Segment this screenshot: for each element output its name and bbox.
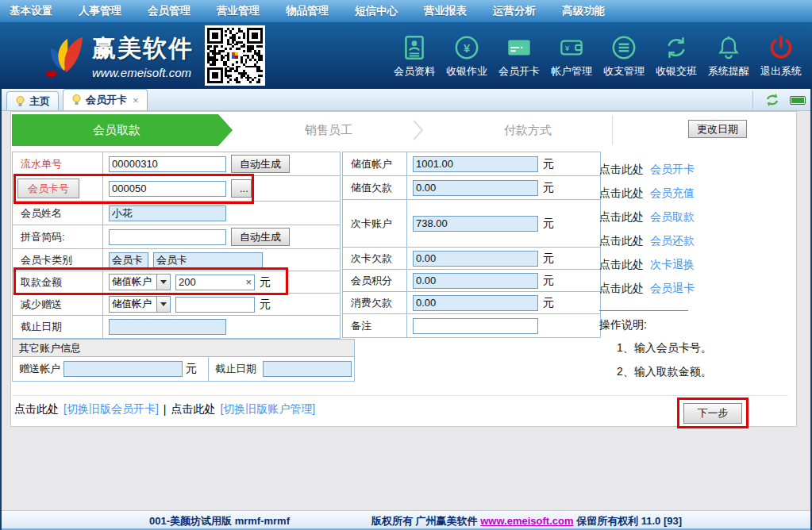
account-row: 消费欠款 元	[343, 292, 600, 314]
shortcut-shift-change[interactable]: 收银交班	[650, 33, 702, 79]
menu-item-sms[interactable]: 短信中心	[355, 4, 398, 18]
menu-item-hr[interactable]: 人事管理	[79, 4, 121, 18]
gift-deadline-input[interactable]	[263, 361, 352, 377]
link-prefix: 点击此处	[599, 210, 644, 225]
points-input[interactable]	[413, 273, 538, 289]
pinyin-input[interactable]	[109, 229, 226, 245]
menu-item-business[interactable]: 营业管理	[217, 4, 260, 18]
instruction-step-2: 2、输入取款金额。	[599, 360, 796, 384]
remark-input[interactable]	[413, 318, 538, 334]
close-icon[interactable]: ×	[133, 94, 139, 106]
clear-icon[interactable]: ×	[245, 277, 252, 287]
serial-row: 流水单号 自动生成	[13, 152, 340, 176]
bottom-separator	[12, 395, 788, 396]
shift-refresh-icon	[661, 33, 691, 63]
legacy-open-card-link[interactable]: [切换旧版会员开卡]	[63, 402, 159, 417]
open-card-link[interactable]: 会员开卡	[650, 163, 695, 177]
legacy-prefix: 点击此处	[171, 402, 215, 417]
status-bar: 001-美颜坊试用版 mrmf-mrmf 版权所有 广州赢美软件 www.eme…	[0, 510, 812, 530]
link-prefix: 点击此处	[599, 282, 644, 296]
shortcut-system-alert[interactable]: 系统提醒	[702, 33, 755, 79]
license-info: 001-美颜坊试用版 mrmf-mrmf	[149, 514, 290, 528]
menu-item-reports[interactable]: 营业报表	[424, 4, 467, 18]
wizard-divider	[612, 116, 613, 144]
tab-member-card[interactable]: 会员开卡 ×	[63, 89, 148, 110]
content-panel: 会员取款 销售员工 付款方式 更改日期 流水单号 自动生成 会员卡号	[10, 111, 797, 427]
power-icon	[766, 33, 796, 63]
consume-debt-input[interactable]	[413, 295, 538, 311]
legacy-links: 点击此处 [切换旧版会员开卡] | 点击此处 [切换旧版账户管理]	[14, 402, 315, 417]
pinyin-auto-button[interactable]: 自动生成	[231, 228, 290, 246]
quick-link-open-card: 点击此处 会员开卡	[599, 158, 796, 182]
deadline-input[interactable]	[109, 319, 226, 335]
recharge-link[interactable]: 会员充值	[650, 186, 695, 201]
window-edge-left	[0, 89, 2, 530]
lightbulb-icon	[71, 94, 82, 106]
times-return-link[interactable]: 次卡退换	[650, 258, 695, 272]
menu-item-member[interactable]: 会员管理	[148, 4, 190, 18]
withdraw-link[interactable]: 会员取款	[650, 210, 695, 225]
stored-value-input[interactable]	[413, 156, 538, 172]
wizard-step-payment[interactable]: 付款方式	[456, 114, 599, 146]
shortcut-member-card[interactable]: 会员开卡	[493, 33, 545, 79]
reduce-gift-input[interactable]	[175, 297, 255, 313]
link-prefix: 点击此处	[599, 163, 644, 177]
card-no-button[interactable]: 会员卡号	[17, 179, 79, 198]
gift-account-input[interactable]	[63, 361, 183, 377]
battery-icon[interactable]	[790, 96, 806, 105]
ledger-icon	[609, 33, 639, 63]
shortcut-exit-system[interactable]: 退出系统	[755, 33, 807, 79]
footer-website-link[interactable]: www.emeisoft.com	[480, 515, 573, 527]
menu-item-analysis[interactable]: 运营分析	[493, 4, 536, 18]
card-no-input[interactable]	[109, 181, 226, 197]
repay-link[interactable]: 会员还款	[650, 234, 695, 248]
serial-input[interactable]	[109, 156, 226, 172]
shortcut-cashier[interactable]: ¥ 收银作业	[441, 33, 493, 79]
legacy-account-mgmt-link[interactable]: [切换旧版账户管理]	[220, 402, 315, 417]
card-type-input-2[interactable]	[153, 252, 263, 268]
next-step-button[interactable]: 下一步	[683, 403, 742, 424]
times-debt-input[interactable]	[413, 251, 538, 267]
stored-debt-input[interactable]	[413, 180, 538, 196]
shortcut-label: 收支管理	[603, 64, 645, 79]
member-name-row: 会员姓名	[13, 202, 340, 225]
withdraw-label: 取款金额	[13, 271, 103, 293]
account-row: 次卡账户 元	[343, 200, 600, 248]
wizard-step-staff[interactable]: 销售员工	[257, 114, 400, 146]
member-name-input[interactable]	[109, 205, 226, 221]
instructions-divider	[599, 310, 688, 311]
wizard-step-withdraw[interactable]: 会员取款	[12, 114, 233, 146]
shortcut-account-mgmt[interactable]: ¥ 帐户管理	[545, 33, 598, 79]
unit-label: 元	[543, 181, 554, 195]
menu-item-advanced[interactable]: 高级功能	[562, 4, 605, 18]
shortcut-member-profile[interactable]: 会员资料	[388, 33, 441, 79]
card-type-label: 会员卡类别	[13, 249, 103, 271]
other-account-info: 其它账户信息 赠送帐户 元 截止日期	[12, 339, 355, 382]
chevron-down-icon[interactable]	[156, 297, 170, 312]
other-info-title: 其它账户信息	[13, 340, 354, 357]
pinyin-row: 拼音简码: 自动生成	[13, 225, 340, 249]
shortcut-label: 收银作业	[446, 64, 487, 79]
withdraw-account-select[interactable]: 储值帐户	[109, 274, 171, 290]
member-name-label: 会员姓名	[13, 202, 103, 225]
shortcut-income-expense[interactable]: 收支管理	[598, 33, 650, 79]
menu-item-basic-settings[interactable]: 基本设置	[10, 4, 52, 18]
serial-auto-button[interactable]: 自动生成	[231, 155, 290, 173]
refresh-icon[interactable]	[764, 93, 780, 107]
account-label: 储值帐户	[343, 152, 407, 175]
shortcut-label: 收银交班	[656, 64, 697, 79]
card-browse-button[interactable]: ...	[231, 179, 252, 198]
reduce-gift-account-select[interactable]: 储值帐户	[109, 296, 171, 313]
account-row: 会员积分 元	[343, 270, 600, 292]
card-return-link[interactable]: 会员退卡	[650, 282, 695, 296]
chevron-down-icon[interactable]	[156, 275, 170, 290]
withdraw-amount-input[interactable]	[175, 275, 255, 290]
withdraw-account-value: 储值帐户	[110, 275, 156, 289]
withdraw-unit: 元	[260, 275, 271, 290]
menu-item-goods[interactable]: 物品管理	[286, 4, 329, 18]
change-date-button[interactable]: 更改日期	[688, 120, 747, 138]
card-type-input-1[interactable]	[109, 252, 148, 268]
tab-home[interactable]: 主页	[6, 91, 59, 110]
wizard-steps: 会员取款 销售员工 付款方式 更改日期	[11, 114, 796, 146]
times-card-input[interactable]	[413, 216, 538, 232]
